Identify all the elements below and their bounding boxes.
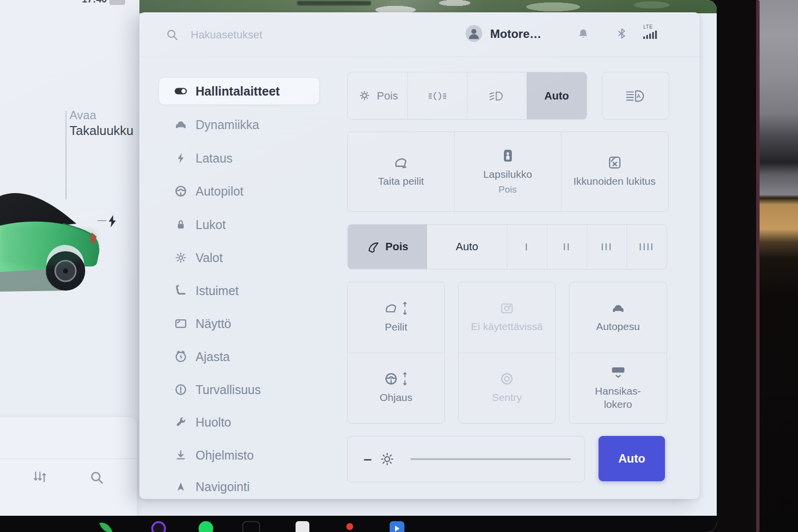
sidebar-item-label: Näyttö — [196, 317, 231, 331]
download-icon — [174, 448, 188, 462]
browser-app-icon[interactable] — [390, 521, 404, 532]
profile-icon[interactable] — [466, 25, 482, 42]
trunk-hint-action: Avaa — [69, 108, 133, 123]
sidebar-item-label: Ajasta — [196, 350, 230, 364]
sidebar-item-ajasta[interactable]: Ajasta — [159, 343, 319, 370]
up-down-arrows-icon — [401, 301, 408, 316]
spotify-app-icon[interactable] — [199, 521, 213, 532]
control-label: Ikkunoiden lukitus — [573, 175, 657, 188]
up-down-arrows-icon — [401, 371, 408, 386]
wiper-icon — [366, 240, 380, 254]
charge-port-line — [98, 220, 106, 221]
bolt-icon — [174, 151, 188, 165]
toggle-icon — [174, 84, 188, 98]
wiper-auto-segment[interactable]: Auto — [427, 225, 507, 269]
fold-mirrors-icon — [393, 155, 409, 170]
wiper-speed-4-segment[interactable]: IIII — [627, 225, 666, 269]
energy-app-icon[interactable] — [101, 521, 111, 532]
equalizer-icon[interactable] — [33, 470, 47, 483]
low-beam-icon — [488, 90, 506, 102]
screen-bezel — [714, 0, 760, 532]
brightness-slider[interactable] — [410, 458, 571, 460]
mirrors-adjust-button[interactable]: Peilit — [348, 282, 444, 353]
fold-mirrors-button[interactable]: Taita peilit — [348, 132, 454, 211]
low-beam-segment[interactable] — [467, 72, 527, 119]
segment-label: Pois — [385, 240, 408, 253]
sidebar-item-lataus[interactable]: Lataus — [159, 145, 319, 171]
sidebar-item-label: Istuimet — [196, 284, 239, 298]
parking-lights-segment[interactable] — [407, 72, 467, 119]
mirror-steering-card: Peilit Ohjaus — [347, 282, 445, 424]
control-label: Sentry — [492, 391, 522, 404]
car-reflection — [0, 224, 106, 295]
wiper-speed-2-segment[interactable]: II — [547, 225, 587, 269]
lights-off-icon — [357, 89, 372, 103]
sidebar-item-ohjelmisto[interactable]: Ohjelmisto — [159, 442, 319, 468]
seat-icon — [174, 284, 188, 298]
sidebar-item-naytto[interactable]: Näyttö — [159, 310, 319, 337]
media-card-divider — [0, 459, 137, 459]
sidebar-item-autopilot[interactable]: Autopilot — [159, 178, 319, 204]
sidebar-item-turvallisuus[interactable]: Turvallisuus — [159, 376, 319, 403]
lte-label: LTE — [643, 24, 660, 30]
auto-button-label: Auto — [618, 452, 645, 466]
phone-app-icon[interactable] — [242, 521, 260, 532]
photo-frame: 17:40 Avaa Takaluukku — [0, 0, 798, 532]
child-lock-button[interactable]: Lapsilukko Pois — [454, 132, 561, 211]
control-label: Autopesu — [596, 320, 640, 333]
lock-icon — [174, 218, 188, 232]
headlights-off-segment[interactable]: Pois — [348, 72, 407, 119]
auto-high-beam-button[interactable]: A — [602, 72, 669, 120]
sidebar-item-valot[interactable]: Valot — [159, 244, 319, 271]
sidebar-item-dynamiikka[interactable]: Dynamiikka — [159, 111, 319, 138]
headlights-auto-segment[interactable]: Auto — [527, 72, 587, 119]
bell-icon[interactable] — [577, 28, 590, 40]
carwash-button[interactable]: Autopesu — [569, 282, 666, 353]
wiper-speed-3-segment[interactable]: III — [587, 225, 627, 269]
glovebox-icon — [610, 365, 626, 380]
media-player-card[interactable] — [0, 417, 137, 516]
quick-controls-card: Taita peilit Lapsilukko Pois — [347, 132, 668, 212]
window-lock-icon — [607, 155, 622, 170]
sidebar-item-navigointi[interactable]: Navigointi — [159, 473, 319, 500]
auto-high-beam-icon: A — [625, 89, 647, 103]
alert-icon — [174, 383, 188, 397]
search-input[interactable]: Hakuasetukset — [191, 29, 263, 41]
map-preview[interactable] — [139, 0, 717, 13]
steering-wheel-icon — [174, 184, 188, 198]
media-search-icon[interactable] — [90, 470, 104, 485]
wiper-speed-1-segment[interactable]: I — [507, 225, 547, 269]
svg-text:A: A — [636, 93, 640, 99]
calendar-app-icon[interactable] — [296, 521, 309, 532]
trunk-open-button[interactable]: Avaa Takaluukku — [69, 108, 133, 139]
sidebar-item-hallintalaitteet[interactable]: Hallintalaitteet — [159, 78, 319, 104]
sidebar-item-huolto[interactable]: Huolto — [159, 409, 319, 435]
sidebar-item-istuimet[interactable]: Istuimet — [159, 277, 319, 304]
wiper-off-segment[interactable]: Pois — [348, 225, 427, 269]
record-app-icon[interactable] — [151, 521, 166, 532]
brightness-sun-icon — [379, 451, 396, 467]
window-lock-button[interactable]: Ikkunoiden lukitus — [561, 132, 668, 211]
settings-panel: Hakuasetukset Motore… LTE — [139, 12, 699, 499]
profile-name[interactable]: Motore… — [490, 27, 541, 41]
topbar-divider — [139, 57, 699, 57]
charge-port-bolt-icon[interactable] — [106, 214, 119, 229]
control-label: Ohjaus — [380, 391, 413, 404]
wrench-icon — [174, 415, 188, 429]
glovebox-button[interactable]: Hansikas-lokero — [569, 353, 666, 423]
control-label: Peilit — [385, 321, 407, 333]
bluetooth-icon[interactable] — [615, 27, 628, 40]
control-label: Taita peilit — [378, 175, 424, 188]
navigation-icon — [174, 480, 188, 494]
sidebar-item-label: Valot — [196, 251, 223, 265]
segment-label: IIII — [639, 241, 654, 253]
brightness-auto-button[interactable]: Auto — [598, 436, 665, 481]
steering-adjust-button[interactable]: Ohjaus — [348, 353, 444, 423]
trunk-pointer-line — [66, 111, 66, 200]
segment-label: II — [563, 241, 571, 253]
status-pill — [109, 0, 125, 5]
sidebar-item-label: Autopilot — [196, 184, 243, 199]
sidebar-item-label: Dynamiikka — [196, 118, 259, 132]
brightness-control: – — [347, 436, 585, 482]
sidebar-item-lukot[interactable]: Lukot — [159, 211, 319, 238]
